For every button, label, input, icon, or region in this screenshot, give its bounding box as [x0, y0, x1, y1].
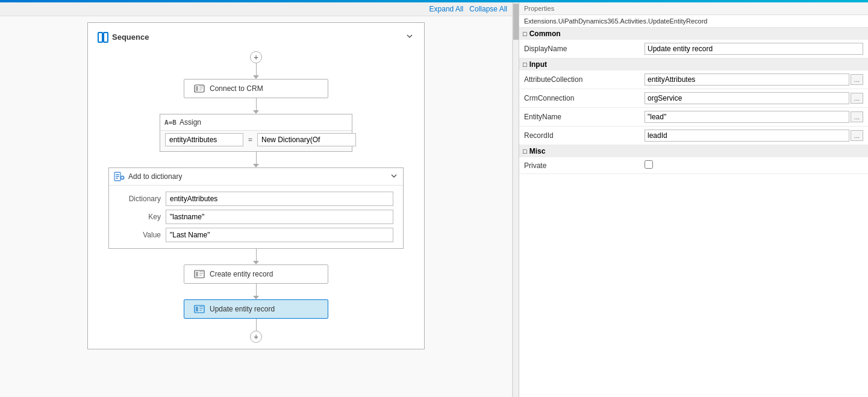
prop-input-crmconnection[interactable]: [645, 92, 849, 104]
prop-row-displayname: DisplayName: [519, 40, 868, 58]
connect-crm-label: Connect to CRM: [210, 84, 263, 93]
assign-left-input[interactable]: [165, 133, 243, 146]
sequence-title: Sequence: [98, 32, 149, 43]
dict-header: Add to dictionary: [109, 168, 403, 186]
add-btn-top[interactable]: +: [250, 51, 262, 63]
svg-rect-1: [104, 33, 108, 42]
misc-toggle[interactable]: □: [523, 148, 527, 155]
prop-input-displayname[interactable]: [645, 43, 863, 55]
prop-name-attributecollection: AttributeCollection: [519, 70, 640, 89]
assign-header: A=B Assign: [160, 114, 352, 130]
prop-input-entityname[interactable]: [645, 111, 849, 123]
create-entity-icon: [194, 269, 205, 280]
sequence-label: Sequence: [112, 33, 149, 42]
scrollbar-track[interactable]: [513, 2, 519, 397]
prop-name-entityname: EntityName: [519, 108, 640, 127]
assign-body: =: [160, 130, 352, 151]
connector-1: [256, 63, 257, 75]
prop-dots-entityname[interactable]: ...: [851, 111, 863, 122]
connector-4: [256, 249, 257, 261]
dict-label: Add to dictionary: [128, 172, 182, 181]
prop-dots-attributecollection[interactable]: ...: [851, 74, 863, 85]
dict-row-value: Value: [119, 228, 393, 242]
assign-label: Assign: [180, 118, 201, 127]
section-misc: □ Misc: [519, 145, 868, 158]
dict-collapse-btn[interactable]: [390, 172, 398, 182]
prop-name-recordid: RecordId: [519, 127, 640, 145]
workflow-panel: Expand All Collapse All S: [0, 2, 513, 397]
sequence-container: Sequence +: [87, 22, 425, 349]
prop-input-recordid[interactable]: [645, 130, 849, 142]
update-entity-icon: [194, 304, 205, 314]
prop-value-attributecollection: ...: [640, 70, 868, 89]
prop-row-entityname: EntityName ...: [519, 108, 868, 127]
sequence-header: Sequence: [94, 29, 418, 45]
dict-row-key: Key: [119, 210, 393, 224]
section-common: □ Common: [519, 28, 868, 40]
prop-value-private: [640, 157, 868, 174]
connector-5: [256, 284, 257, 296]
prop-dots-recordid[interactable]: ...: [851, 130, 863, 141]
properties-scroll[interactable]: □ Common DisplayName: [519, 28, 868, 397]
input-toggle[interactable]: □: [523, 61, 527, 68]
common-toggle[interactable]: □: [523, 30, 527, 37]
dict-body: Dictionary Key Value: [109, 186, 403, 248]
prop-row-attributecollection: AttributeCollection ...: [519, 70, 868, 89]
dict-container: Add to dictionary Dictionary: [108, 167, 404, 249]
dict-input-value[interactable]: [166, 228, 393, 242]
connector-2: [256, 98, 257, 110]
prop-value-crmconnection: ...: [640, 89, 868, 108]
dict-label-key: Key: [119, 213, 161, 221]
prop-checkbox-private[interactable]: [645, 160, 653, 169]
svg-rect-20: [196, 307, 198, 311]
prop-input-attributecollection[interactable]: [645, 73, 849, 86]
prop-row-crmconnection: CrmConnection ...: [519, 89, 868, 108]
prop-row-private: Private: [519, 157, 868, 174]
svg-rect-15: [196, 272, 198, 277]
properties-table: □ Common DisplayName: [519, 28, 868, 174]
assign-right-input[interactable]: [257, 133, 356, 146]
properties-class: Extensions.UiPathDynamics365.Activities.…: [519, 15, 868, 28]
activity-flow: +: [94, 51, 418, 343]
svg-rect-9: [116, 176, 119, 177]
svg-rect-10: [116, 178, 118, 179]
sequence-icon: [98, 32, 108, 43]
misc-section-label: Misc: [529, 147, 546, 155]
prop-dots-crmconnection[interactable]: ...: [851, 93, 863, 104]
properties-panel: Properties Extensions.UiPathDynamics365.…: [519, 2, 868, 397]
create-entity-label: Create entity record: [210, 270, 273, 278]
prop-value-displayname: [640, 40, 868, 58]
update-entity-label: Update entity record: [210, 305, 275, 313]
prop-value-recordid: ...: [640, 127, 868, 145]
prop-name-private: Private: [519, 157, 640, 174]
dict-input-key[interactable]: [166, 210, 393, 224]
dict-label-value: Value: [119, 231, 161, 239]
create-entity-box[interactable]: Create entity record: [184, 264, 328, 284]
svg-rect-0: [98, 33, 102, 42]
collapse-all-link[interactable]: Collapse All: [469, 5, 507, 13]
connector-6: [256, 319, 257, 331]
section-input: □ Input: [519, 58, 868, 71]
prop-value-entityname: ...: [640, 108, 868, 127]
expand-all-link[interactable]: Expand All: [429, 5, 464, 13]
prop-name-displayname: DisplayName: [519, 40, 640, 58]
workflow-content: Sequence +: [0, 16, 512, 355]
input-section-label: Input: [529, 60, 547, 69]
connect-crm-box[interactable]: Connect to CRM: [184, 79, 328, 98]
common-section-label: Common: [529, 30, 561, 38]
workflow-toolbar: Expand All Collapse All: [0, 2, 512, 16]
dict-row-dictionary: Dictionary: [119, 192, 393, 206]
properties-title-bar: Properties: [519, 2, 868, 15]
dict-input-dictionary[interactable]: [166, 192, 393, 206]
svg-rect-3: [196, 86, 198, 91]
assign-equals: =: [246, 136, 255, 144]
svg-rect-8: [116, 174, 119, 175]
add-btn-bottom[interactable]: +: [250, 331, 262, 343]
dict-label-dictionary: Dictionary: [119, 195, 161, 203]
sequence-collapse-btn[interactable]: [405, 31, 414, 43]
dict-icon: [114, 171, 125, 182]
main-container: Expand All Collapse All S: [0, 2, 868, 397]
assign-box[interactable]: A=B Assign =: [160, 114, 352, 152]
prop-name-crmconnection: CrmConnection: [519, 89, 640, 108]
update-entity-box[interactable]: Update entity record: [184, 299, 328, 319]
